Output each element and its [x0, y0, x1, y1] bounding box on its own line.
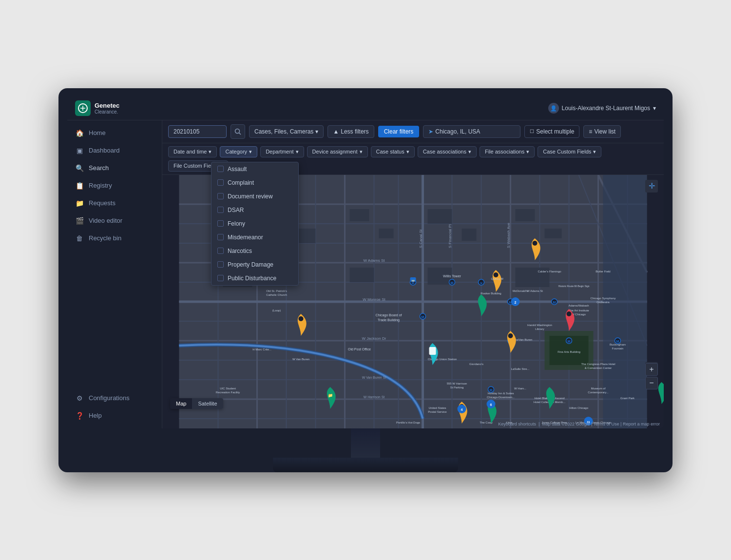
svg-rect-44	[545, 229, 562, 238]
select-multiple-button[interactable]: ☐ Select multiple	[524, 125, 579, 138]
case-assoc-label: Case associations	[423, 149, 466, 154]
svg-text:S Canal St: S Canal St	[419, 229, 423, 248]
search-toolbar: Cases, Files, Cameras ▾ ▲ Less filters C…	[162, 120, 664, 143]
category-item-document-review[interactable]: Document review	[212, 190, 298, 203]
svg-text:M: M	[412, 281, 415, 285]
case-cf-label: Case Custom Fields	[543, 149, 591, 154]
sidebar-item-help[interactable]: ❓ Help	[67, 407, 162, 425]
case-custom-fields-filter[interactable]: Case Custom Fields ▾	[538, 146, 601, 157]
svg-text:Harold Washington: Harold Washington	[527, 324, 552, 327]
svg-text:Orchestra: Orchestra	[596, 301, 610, 304]
category-item-assault[interactable]: Assault	[212, 162, 298, 176]
svg-rect-43	[516, 209, 535, 221]
list-icon: ≡	[589, 128, 592, 135]
svg-text:W Van Buren: W Van Buren	[292, 358, 309, 361]
svg-text:Grant Park: Grant Park	[620, 397, 635, 400]
select-multiple-label: Select multiple	[536, 128, 574, 135]
location-input[interactable]: ➤ Chicago, IL, USA	[423, 125, 520, 138]
svg-text:4: 4	[461, 408, 463, 411]
svg-text:Postal Service: Postal Service	[428, 410, 447, 413]
map-recenter-button[interactable]: ✛	[645, 180, 658, 193]
sidebar-label-config: Configurations	[89, 394, 130, 402]
zoom-out-button[interactable]: −	[645, 377, 658, 389]
svg-text:Quincy M: Quincy M	[491, 277, 503, 280]
svg-text:Trade Building: Trade Building	[378, 318, 400, 322]
location-icon: ➤	[428, 128, 433, 135]
view-list-button[interactable]: ≡ View list	[583, 125, 621, 138]
category-item-dsar[interactable]: DSAR	[212, 203, 298, 217]
narcotics-checkbox[interactable]	[217, 248, 224, 254]
department-filter[interactable]: Department ▾	[260, 146, 304, 157]
sidebar-label-recycle: Recycle bin	[89, 234, 121, 242]
category-filter[interactable]: Category ▾	[220, 146, 257, 157]
department-label: Department	[266, 149, 293, 154]
search-input[interactable]	[168, 125, 227, 138]
date-time-filter[interactable]: Date and time ▾	[168, 146, 217, 157]
svg-text:M: M	[616, 340, 619, 343]
complaint-checkbox[interactable]	[217, 179, 224, 186]
device-assignment-filter[interactable]: Device assignment ▾	[307, 146, 368, 157]
category-item-complaint[interactable]: Complaint	[212, 176, 298, 190]
public-disturbance-checkbox[interactable]	[217, 275, 224, 281]
sidebar-item-recycle-bin[interactable]: 🗑 Recycle bin	[67, 230, 162, 247]
clear-filters-button[interactable]: Clear filters	[378, 126, 420, 137]
svg-text:(Loop): (Loop)	[272, 309, 281, 312]
svg-text:W Adams St: W Adams St	[363, 258, 385, 263]
svg-text:UIC Student: UIC Student	[220, 387, 236, 390]
svg-text:🚌: 🚌	[411, 278, 415, 282]
document-review-checkbox[interactable]	[217, 193, 224, 199]
file-associations-filter[interactable]: File associations ▾	[480, 146, 535, 157]
svg-text:555 W Harrison: 555 W Harrison	[447, 382, 467, 385]
case-status-filter[interactable]: Case status ▾	[371, 146, 415, 157]
sidebar-label-requests: Requests	[89, 199, 115, 207]
svg-rect-41	[428, 209, 452, 224]
svg-text:2: 2	[515, 301, 517, 304]
category-item-misdemeanor[interactable]: Misdemeanor	[212, 231, 298, 244]
document-review-label: Document review	[228, 193, 273, 200]
category-item-narcotics[interactable]: Narcotics	[212, 244, 298, 258]
sidebar-item-requests[interactable]: 📁 Requests	[67, 194, 162, 212]
svg-point-126	[508, 333, 513, 338]
content-area: Cases, Files, Cameras ▾ ▲ Less filters C…	[162, 120, 664, 428]
user-chevron: ▾	[653, 105, 656, 112]
property-damage-label: Property Damage	[228, 261, 273, 268]
user-avatar: 👤	[548, 103, 559, 114]
sidebar-item-home[interactable]: 🏠 Home	[67, 124, 162, 142]
sidebar-item-search[interactable]: 🔍 Search	[67, 159, 162, 177]
svg-text:S Wabash Ave: S Wabash Ave	[506, 222, 511, 248]
svg-text:📁: 📁	[328, 393, 333, 398]
search-type-dropdown[interactable]: Cases, Files, Cameras ▾	[249, 125, 324, 138]
svg-line-2	[239, 133, 241, 135]
sidebar-item-video-editor[interactable]: 🎬 Video editor	[67, 212, 162, 230]
dsar-checkbox[interactable]	[217, 207, 224, 213]
assault-checkbox[interactable]	[217, 166, 224, 172]
search-button[interactable]	[231, 124, 245, 139]
felony-checkbox[interactable]	[217, 220, 224, 227]
sidebar-item-registry[interactable]: 📋 Registry	[67, 177, 162, 194]
sidebar-item-configurations[interactable]: ⚙ Configurations	[67, 389, 162, 407]
sidebar-label-help: Help	[89, 412, 102, 419]
svg-text:Museum of: Museum of	[591, 387, 606, 390]
property-damage-checkbox[interactable]	[217, 261, 224, 268]
svg-point-124	[533, 241, 538, 246]
dropdown-chevron: ▾	[315, 128, 318, 135]
date-time-label: Date and time	[173, 149, 207, 154]
user-menu[interactable]: 👤 Louis-Alexandre St-Laurent Migos ▾	[548, 103, 656, 114]
case-associations-filter[interactable]: Case associations ▾	[418, 146, 477, 157]
misdemeanor-checkbox[interactable]	[217, 234, 224, 240]
narcotics-label: Narcotics	[228, 248, 252, 254]
sidebar-label-search: Search	[89, 164, 109, 172]
less-filters-button[interactable]: ▲ Less filters	[327, 125, 374, 138]
sidebar-item-dashboard[interactable]: ▣ Dashboard	[67, 142, 162, 159]
satellite-button[interactable]: Satellite	[192, 398, 223, 409]
complaint-label: Complaint	[228, 179, 254, 186]
svg-text:M: M	[553, 301, 556, 304]
svg-text:W Ham...: W Ham...	[514, 387, 526, 390]
svg-text:Rooker Building: Rooker Building	[481, 292, 501, 295]
category-item-property-damage[interactable]: Property Damage	[212, 258, 298, 271]
category-item-public-disturbance[interactable]: Public Disturbance	[212, 271, 298, 285]
zoom-in-button[interactable]: +	[645, 363, 658, 376]
category-item-felony[interactable]: Felony	[212, 217, 298, 231]
view-list-label: View list	[594, 128, 616, 135]
map-button[interactable]: Map	[170, 398, 192, 409]
